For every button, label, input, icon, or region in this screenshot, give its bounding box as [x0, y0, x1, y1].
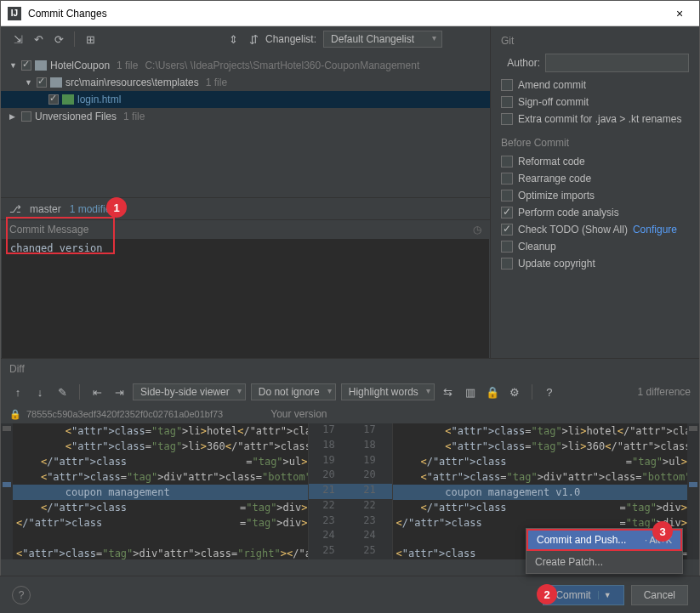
- diff-line: <"attr">class="tag">li>hotel</"attr">cla…: [13, 423, 308, 439]
- separator: [74, 31, 75, 47]
- amend-label: Amend commit: [518, 79, 586, 91]
- amend-checkbox[interactable]: [501, 79, 513, 91]
- commit-message-label: Commit Message: [9, 224, 88, 236]
- diff-line: <"attr">class="tag">li>360</"attr">class…: [393, 439, 688, 454]
- history-icon[interactable]: ◷: [473, 224, 481, 236]
- chevron-down-icon[interactable]: ▼: [25, 78, 33, 87]
- folder-icon: [50, 77, 62, 88]
- todo-checkbox[interactable]: [501, 224, 513, 236]
- chevron-down-icon[interactable]: ▼: [598, 591, 612, 599]
- html-file-icon: [62, 94, 74, 105]
- tree-filename: login.html: [77, 94, 121, 105]
- diff-line: <"attr">class="tag">div "attr">class="ri…: [13, 546, 308, 559]
- diff-line: <"attr">class="tag">li>360</"attr">class…: [13, 439, 308, 454]
- checkbox[interactable]: [21, 60, 31, 71]
- prev-file-icon[interactable]: ⇤: [88, 383, 105, 400]
- ignore-combo[interactable]: Do not ignore: [251, 383, 336, 400]
- dialog-button-bar: ? Commit▼ Cancel: [0, 576, 700, 613]
- lock-icon[interactable]: 🔒: [484, 383, 501, 400]
- diff-line: [13, 531, 308, 546]
- rearrange-label: Rearrange code: [518, 173, 591, 184]
- copyright-label: Update copyright: [518, 258, 595, 270]
- changes-toolbar: ⇲ ↶ ⟳ ⊞ ⇕ ⇵ Changelist: Default Changeli…: [1, 26, 490, 52]
- diff-line: coupon management: [13, 485, 308, 500]
- title-bar: IJ Commit Changes ×: [1, 1, 699, 26]
- cleanup-label: Cleanup: [518, 241, 556, 253]
- diff-line: </"attr">class="tag">ul>: [393, 454, 688, 469]
- next-diff-icon[interactable]: ↓: [31, 383, 48, 400]
- commit-message-input[interactable]: changed version: [2, 239, 489, 358]
- signoff-label: Sign-off commit: [518, 96, 589, 108]
- configure-link[interactable]: Configure: [633, 224, 677, 236]
- revert-icon[interactable]: ↶: [30, 31, 47, 48]
- git-section-label: Git: [501, 35, 689, 47]
- sync-scroll-icon[interactable]: ▥: [462, 383, 479, 400]
- annotation-badge-2: 2: [537, 584, 557, 604]
- copyright-checkbox[interactable]: [501, 258, 513, 270]
- tree-unversioned[interactable]: ▶ Unversioned Files 1 file: [1, 108, 490, 125]
- checkbox[interactable]: [37, 77, 47, 88]
- branch-bar: ⎇ master 1 modified: [1, 197, 490, 219]
- diff-line: </"attr">class="tag">div>: [13, 515, 308, 531]
- revision-hash: 78555c590a3edf3420f2352f0c02761a0e01bf73: [26, 409, 223, 419]
- diff-file-bar: 🔒 78555c590a3edf3420f2352f0c02761a0e01bf…: [1, 405, 699, 423]
- tree-file[interactable]: login.html: [1, 91, 490, 108]
- right-gutter: [687, 423, 699, 559]
- optimize-label: Optimize imports: [518, 190, 595, 201]
- chevron-right-icon[interactable]: ▶: [9, 112, 18, 121]
- author-input[interactable]: [545, 54, 689, 72]
- close-icon[interactable]: ×: [667, 7, 692, 20]
- diff-line: coupon management v1.0: [393, 485, 688, 500]
- app-icon: IJ: [8, 7, 21, 20]
- collapse-unchanged-icon[interactable]: ⇆: [440, 383, 457, 400]
- viewer-combo[interactable]: Side-by-side viewer: [133, 383, 246, 400]
- signoff-checkbox[interactable]: [501, 96, 513, 108]
- create-patch-item[interactable]: Create Patch...: [526, 551, 682, 573]
- changes-tree: ▼ HotelCoupon 1 file C:\Users\ \IdeaProj…: [1, 52, 490, 197]
- tree-count: 1 file: [117, 60, 138, 71]
- rearrange-checkbox[interactable]: [501, 173, 513, 184]
- optimize-checkbox[interactable]: [501, 190, 513, 201]
- show-diff-icon[interactable]: ⇲: [9, 31, 26, 48]
- window-title: Commit Changes: [28, 8, 667, 20]
- diff-label: Diff: [9, 363, 25, 375]
- commit-message-header: Commit Message ◷: [1, 220, 490, 239]
- expand-icon[interactable]: ⇕: [225, 31, 242, 48]
- reformat-checkbox[interactable]: [501, 156, 513, 167]
- diff-line: </"attr">class="tag">ul>: [13, 454, 308, 469]
- extra-commit-checkbox[interactable]: [501, 113, 513, 125]
- next-file-icon[interactable]: ⇥: [111, 383, 128, 400]
- changelist-combo[interactable]: Default Changelist: [323, 31, 442, 48]
- group-by-icon[interactable]: ⊞: [82, 31, 99, 48]
- highlight-combo[interactable]: Highlight words: [341, 383, 435, 400]
- todo-label: Check TODO (Show All): [518, 224, 628, 236]
- analysis-label: Perform code analysis: [518, 207, 619, 219]
- diff-left-pane[interactable]: <"attr">class="tag">li>hotel</"attr">cla…: [13, 423, 308, 559]
- prev-diff-icon[interactable]: ↑: [9, 383, 26, 400]
- tree-count: 1 file: [206, 77, 227, 88]
- diff-line: </"attr">class="tag">div>: [13, 500, 308, 515]
- tree-path: C:\Users\ \IdeaProjects\SmartHotel360-Co…: [145, 60, 419, 71]
- diff-line: </"attr">class="tag">div>: [393, 500, 688, 515]
- checkbox[interactable]: [21, 111, 31, 122]
- cleanup-checkbox[interactable]: [501, 241, 513, 253]
- annotation-badge-3: 3: [652, 521, 673, 542]
- cancel-button[interactable]: Cancel: [631, 585, 688, 605]
- annotation-badge-1: 1: [106, 197, 127, 218]
- help-button[interactable]: ?: [12, 586, 31, 604]
- settings-icon[interactable]: ⚙: [506, 383, 523, 400]
- tree-label: HotelCoupon: [50, 60, 110, 71]
- readonly-icon: 🔒: [9, 409, 21, 420]
- analysis-checkbox[interactable]: [501, 207, 513, 219]
- collapse-icon[interactable]: ⇵: [245, 31, 262, 48]
- options-panel: Git Author: Amend commit Sign-off commit…: [491, 26, 699, 358]
- help-icon[interactable]: ?: [541, 383, 558, 400]
- chevron-down-icon[interactable]: ▼: [9, 61, 18, 70]
- tree-folder[interactable]: ▼ src\main\resources\templates 1 file: [1, 74, 490, 91]
- edit-icon[interactable]: ✎: [54, 383, 71, 400]
- diff-toolbar: ↑ ↓ ✎ ⇤ ⇥ Side-by-side viewer Do not ign…: [1, 379, 699, 405]
- checkbox[interactable]: [48, 94, 59, 105]
- tree-label: src\main\resources\templates: [65, 77, 199, 88]
- refresh-icon[interactable]: ⟳: [50, 31, 67, 48]
- tree-root[interactable]: ▼ HotelCoupon 1 file C:\Users\ \IdeaProj…: [1, 57, 490, 74]
